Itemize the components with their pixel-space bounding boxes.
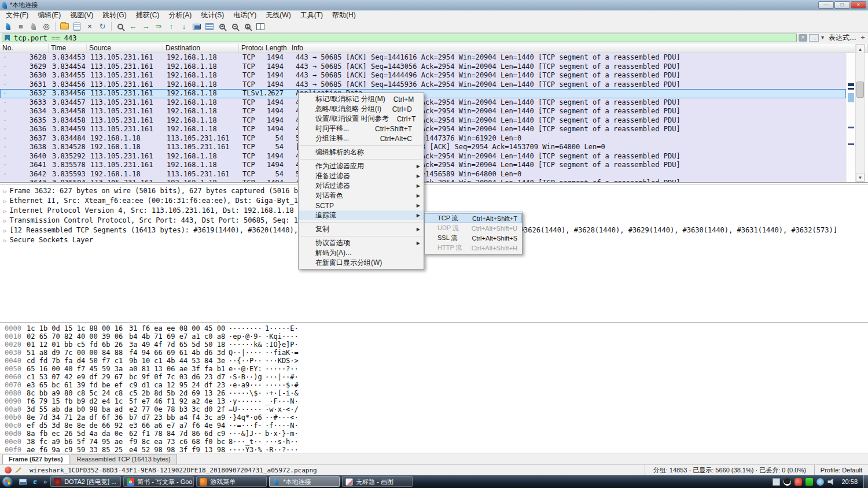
taskbar-button-chrome[interactable]: 简书 - 写文章 - Goo... <box>123 476 194 487</box>
expand-triangle-icon[interactable]: ▷ <box>3 218 6 224</box>
capture-options-icon[interactable]: ◎ <box>41 21 52 32</box>
context-menu-item[interactable]: 对话过滤器▶ <box>299 181 424 191</box>
packet-list-header[interactable]: No.TimeSourceDestinationProtocolLengthIn… <box>0 44 868 53</box>
filter-apply-button[interactable]: → <box>809 34 819 42</box>
stop-capture-icon[interactable]: ■ <box>15 21 27 32</box>
hex-row[interactable]: 005065 16 00 40 f7 45 59 3aa0 81 13 06 a… <box>0 365 868 373</box>
resize-columns-icon[interactable] <box>255 21 266 32</box>
quick-launch-overflow-chevron[interactable]: » <box>43 478 47 485</box>
context-menu-item[interactable]: 作为过滤器应用▶ <box>299 161 424 171</box>
scrollbar-thumb[interactable] <box>856 82 864 98</box>
context-menu-item[interactable]: 标记/取消标记 分组(M)Ctrl+M <box>299 94 424 104</box>
hex-row[interactable]: 00c0ef d5 3d 8e 8e de 66 92e3 66 a6 e7 a… <box>0 422 868 430</box>
menu-h[interactable]: 帮助(H) <box>328 10 361 20</box>
menu-f[interactable]: 文件(F) <box>1 10 33 20</box>
find-packet-icon[interactable] <box>115 21 126 32</box>
menu-y[interactable]: 电话(Y) <box>229 10 261 20</box>
hex-row[interactable]: 001002 65 70 82 40 00 39 06b4 4b 71 69 e… <box>0 332 868 341</box>
context-menu-item[interactable]: 解码为(A)... <box>299 248 424 258</box>
expert-info-icon[interactable] <box>5 467 12 474</box>
packet-row[interactable]: 36283.834453113.105.231.161192.168.1.18T… <box>0 53 846 62</box>
close-button[interactable]: × <box>851 1 866 9</box>
context-menu-item[interactable]: 准备过滤器▶ <box>299 171 424 181</box>
taskbar-button-game[interactable]: 游戏菜单 <box>196 476 267 487</box>
taskbar-button-paint[interactable]: 无标题 - 画图 <box>342 476 413 487</box>
detail-tree-row[interactable]: ▷Frame 3632: 627 bytes on wire (5016 bit… <box>0 186 868 196</box>
column-header-no[interactable]: No. <box>0 44 49 53</box>
filter-dropdown-icon[interactable]: ▾ <box>819 34 826 42</box>
hex-row[interactable]: 0090f6 79 15 fb b9 d2 e4 1c5f e7 46 f1 9… <box>0 397 868 405</box>
expand-triangle-icon[interactable]: ▷ <box>3 228 6 234</box>
submenu-item-ssl-流[interactable]: SSL 流Ctrl+Alt+Shift+S <box>425 233 522 243</box>
context-menu-item[interactable]: 复制▶ <box>299 224 424 234</box>
taskbar-button-dota2[interactable]: DOTA2 [西电竞] ... <box>50 476 121 487</box>
scroll-down-arrow[interactable]: ▼ <box>856 173 865 182</box>
context-menu-item[interactable]: 追踪流▶ <box>299 210 424 220</box>
packet-row[interactable]: 36303.834455113.105.231.161192.168.1.18T… <box>0 71 846 80</box>
ime-tray-icon[interactable] <box>773 478 780 486</box>
hex-row[interactable]: 00d08a fb ec 26 5d 4a da 0e62 f1 78 84 7… <box>0 430 868 438</box>
profile-label[interactable]: Profile: Default <box>814 465 868 475</box>
detail-tree-row[interactable]: ▷Ethernet II, Src: Xteam_f6:ea:ee (00:16… <box>0 196 868 206</box>
hex-row[interactable]: 00001c 1b 0d 15 1c 88 00 1631 f6 ea ee 0… <box>0 324 868 332</box>
capture-comment-icon[interactable] <box>15 467 21 474</box>
restart-capture-icon[interactable] <box>28 21 39 32</box>
packet-row[interactable]: 36293.834454113.105.231.161192.168.1.18T… <box>0 62 846 72</box>
go-forward-icon[interactable]: → <box>140 21 152 32</box>
context-menu-item[interactable]: 对话着色▶ <box>299 191 424 201</box>
save-file-icon[interactable] <box>71 21 83 32</box>
zoom-in-icon[interactable]: + <box>216 21 228 32</box>
go-bottom-icon[interactable]: ↓ <box>178 21 190 32</box>
internet-explorer-icon[interactable]: e <box>31 478 39 486</box>
go-back-icon[interactable]: ← <box>127 21 139 32</box>
expand-triangle-icon[interactable]: ▷ <box>3 208 6 214</box>
expand-triangle-icon[interactable]: ▷ <box>3 238 6 243</box>
thunder-tray-icon[interactable] <box>795 478 802 486</box>
display-filter-input[interactable]: tcp.port == 443 <box>2 34 797 42</box>
context-menu-item[interactable]: SCTP▶ <box>299 201 424 210</box>
show-desktop-quick-launch-icon[interactable] <box>19 478 27 486</box>
maximize-button[interactable]: □ <box>834 1 850 9</box>
menu-c[interactable]: 捕获(C) <box>131 10 164 20</box>
colorize-icon[interactable] <box>204 21 215 32</box>
context-menu-item[interactable]: 忽略/取消忽略 分组(I)Ctrl+D <box>299 104 424 114</box>
hex-row[interactable]: 00808c bb a9 80 c8 5c 24 c8c5 2b 8d 5b 2… <box>0 389 868 397</box>
expand-triangle-icon[interactable]: ▷ <box>3 198 6 204</box>
green-tray-icon[interactable] <box>806 478 813 486</box>
context-menu-item[interactable]: 编辑解析的名称 <box>299 147 424 157</box>
taskbar-clock[interactable]: 20:58 <box>841 478 858 485</box>
zoom-out-icon[interactable]: − <box>229 21 241 32</box>
hex-row[interactable]: 003051 a8 d9 7c 00 00 84 88f4 94 66 69 6… <box>0 349 868 357</box>
show-desktop-button[interactable] <box>863 475 868 488</box>
column-header-info[interactable]: Info <box>289 44 868 53</box>
autoscroll-icon[interactable] <box>191 21 203 32</box>
hex-row[interactable]: 00b08e 7d 34 71 2a df 6f 36b7 d7 23 bb a… <box>0 413 868 422</box>
packet-list-scrollbar[interactable]: ▲ ▼ <box>855 44 865 182</box>
menu-a[interactable]: 分析(A) <box>164 10 196 20</box>
context-menu-item[interactable]: 时间平移...Ctrl+Shift+T <box>299 124 424 134</box>
hex-row[interactable]: 00a03d 55 ab da b0 98 ba ade2 77 0e 78 b… <box>0 405 868 413</box>
expand-triangle-icon[interactable]: ▷ <box>3 188 6 194</box>
taskbar-button-wireshark[interactable]: *本地连接 <box>269 476 340 487</box>
column-header-time[interactable]: Time <box>49 44 87 53</box>
menu-g[interactable]: 跳转(G) <box>98 10 131 20</box>
zoom-original-icon[interactable]: 1 <box>242 21 253 32</box>
context-menu-item[interactable]: 分组注释...Ctrl+Alt+C <box>299 134 424 143</box>
context-menu-item[interactable]: 在新窗口显示分组(W) <box>299 258 424 268</box>
cloud-tray-icon[interactable] <box>816 478 824 486</box>
start-capture-icon[interactable] <box>2 21 14 32</box>
tab-frame[interactable]: Frame (627 bytes) <box>2 454 69 464</box>
column-header-protocol[interactable]: Protocol <box>239 44 263 53</box>
scroll-up-arrow[interactable]: ▲ <box>856 45 865 53</box>
submenu-item-tcp-流[interactable]: TCP 流Ctrl+Alt+Shift+T <box>425 213 522 223</box>
context-menu-item[interactable]: 设置/取消设置 时间参考Ctrl+T <box>299 114 424 124</box>
start-button[interactable] <box>2 476 13 487</box>
packet-row[interactable]: 36313.834456113.105.231.161192.168.1.18T… <box>0 80 846 90</box>
expression-button[interactable]: 表达式… <box>829 34 856 42</box>
menu-t[interactable]: 工具(T) <box>296 10 328 20</box>
context-menu-item[interactable]: 协议首选项▶ <box>299 238 424 248</box>
hex-row[interactable]: 00e038 fc a9 b6 5f 74 95 aef9 8c ea 73 c… <box>0 438 868 446</box>
column-header-destination[interactable]: Destination <box>163 44 239 53</box>
filter-clear-button[interactable]: × <box>799 34 807 42</box>
hex-row[interactable]: 0060c1 53 07 42 e9 df 29 67bc 9f 0f 7c 0… <box>0 373 868 381</box>
